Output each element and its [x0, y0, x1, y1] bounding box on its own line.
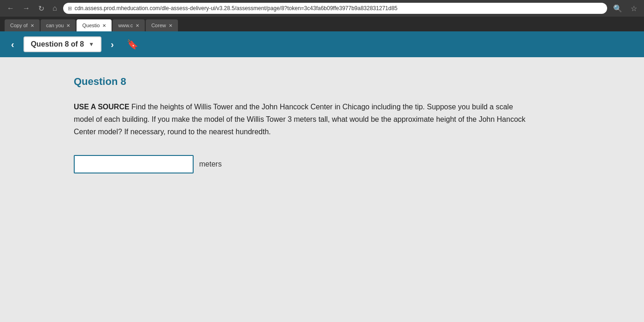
reload-button[interactable]: ↻: [36, 3, 47, 14]
tab-close-www[interactable]: ✕: [136, 23, 139, 28]
bookmark-icon[interactable]: 🔖: [123, 37, 142, 52]
search-button[interactable]: 🔍: [611, 3, 625, 14]
tab-corew[interactable]: Corew ✕: [146, 19, 178, 31]
content-area: Question 8 USE A SOURCE Find the heights…: [0, 57, 644, 322]
tab-www[interactable]: www.c ✕: [112, 19, 145, 31]
answer-area: meters: [74, 155, 570, 173]
tab-questio[interactable]: Questio ✕: [77, 19, 112, 31]
assessment-header: ‹ Question 8 of 8 ▼ › 🔖: [0, 31, 644, 57]
question-selector-label: Question 8 of 8: [31, 40, 84, 48]
question-selector[interactable]: Question 8 of 8 ▼: [24, 36, 101, 52]
next-question-button[interactable]: ›: [107, 37, 118, 52]
forward-button[interactable]: →: [20, 3, 32, 13]
tab-close-questio[interactable]: ✕: [102, 23, 106, 28]
tab-label: can you: [46, 23, 64, 28]
address-text: cdn.assess.prod.mheducation.com/dle-asse…: [75, 5, 398, 12]
tab-label: Questio: [82, 23, 100, 28]
tab-copy-of[interactable]: Copy of ✕: [5, 19, 40, 31]
tab-label: www.c: [118, 23, 133, 28]
dropdown-arrow-icon: ▼: [89, 41, 94, 48]
back-button[interactable]: ←: [5, 3, 17, 13]
home-button[interactable]: ⌂: [50, 3, 59, 13]
answer-input[interactable]: [74, 155, 194, 173]
address-bar[interactable]: ⊞ cdn.assess.prod.mheducation.com/dle-as…: [63, 3, 607, 14]
address-icon: ⊞: [68, 6, 72, 12]
browser-tabs: Copy of ✕ can you ✕ Questio ✕ www.c ✕ Co…: [0, 17, 644, 31]
tab-close-copy[interactable]: ✕: [30, 23, 34, 28]
question-title: Question 8: [74, 76, 570, 88]
answer-unit: meters: [199, 160, 222, 168]
source-label: USE A SOURCE: [74, 103, 130, 111]
tab-can-you[interactable]: can you ✕: [41, 19, 76, 31]
question-body: USE A SOURCE Find the heights of Willis …: [74, 101, 535, 138]
previous-question-button[interactable]: ‹: [7, 37, 18, 52]
tab-close-can-you[interactable]: ✕: [66, 23, 70, 28]
question-text: Find the heights of Willis Tower and the…: [74, 103, 526, 136]
browser-chrome: ← → ↻ ⌂ ⊞ cdn.assess.prod.mheducation.co…: [0, 0, 644, 17]
tab-label: Copy of: [10, 23, 28, 28]
tab-label: Corew: [151, 23, 166, 28]
bookmark-star[interactable]: ☆: [628, 3, 639, 14]
tab-close-corew[interactable]: ✕: [169, 23, 172, 28]
